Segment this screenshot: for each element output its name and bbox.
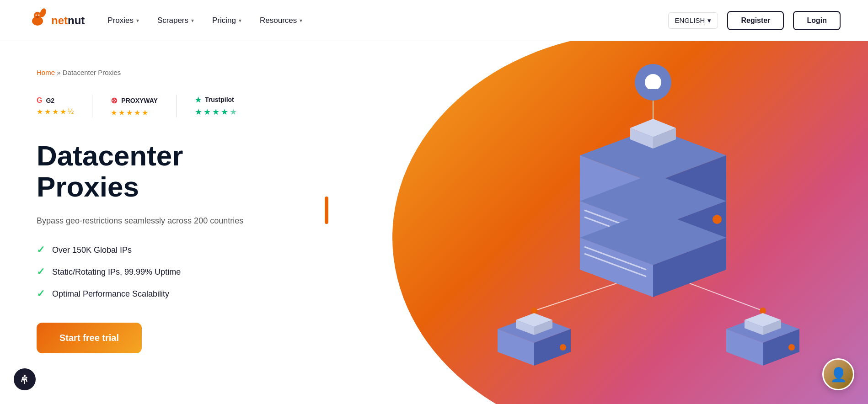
breadcrumb-home-link[interactable]: Home <box>37 69 55 76</box>
feature-list: ✓ Over 150K Global IPs ✓ Static/Rotating… <box>37 244 284 300</box>
register-button[interactable]: Register <box>727 11 784 30</box>
proxyway-icon: ⊗ <box>111 96 118 106</box>
nav-links: Proxies ▾ Scrapers ▾ Pricing ▾ Resources… <box>107 16 302 25</box>
feature-text: Optimal Performance Scalability <box>52 289 169 299</box>
nav-item-scrapers[interactable]: Scrapers ▾ <box>157 16 194 25</box>
nav-item-resources[interactable]: Resources ▾ <box>260 16 302 25</box>
login-button[interactable]: Login <box>793 11 841 30</box>
trustpilot-icon: ★ <box>195 96 201 104</box>
svg-point-31 <box>760 308 766 314</box>
language-selector[interactable]: ENGLISH ▾ <box>668 12 718 29</box>
check-icon: ✓ <box>37 244 45 256</box>
ratings-bar: G G2 ★ ★ ★ ★ ½ ⊗ PROXYWAY <box>37 95 284 117</box>
svg-point-5 <box>36 16 39 18</box>
breadcrumb: Home » Datacenter Proxies <box>37 69 284 76</box>
proxyway-label: PROXYWAY <box>121 97 158 104</box>
svg-point-4 <box>38 15 40 16</box>
check-icon: ✓ <box>37 288 45 300</box>
nav-right: ENGLISH ▾ Register Login <box>668 11 841 30</box>
proxyway-stars: ★ ★ ★ ★ ★ <box>111 108 148 117</box>
svg-point-14 <box>713 215 722 224</box>
svg-point-47 <box>24 375 26 377</box>
g2-icon: G <box>37 96 42 105</box>
rating-divider <box>92 95 92 117</box>
chevron-down-icon: ▾ <box>191 17 194 24</box>
logo-text: netnut <box>51 14 85 27</box>
feature-text: Static/Rotating IPs, 99.99% Uptime <box>52 267 181 277</box>
navbar: netnut Proxies ▾ Scrapers ▾ Pricing ▾ Re… <box>0 0 868 41</box>
trustpilot-label: Trustpilot <box>205 96 234 103</box>
nav-left: netnut Proxies ▾ Scrapers ▾ Pricing ▾ Re… <box>27 8 302 32</box>
page-title: Datacenter Proxies <box>37 140 284 202</box>
svg-point-3 <box>36 15 37 16</box>
trustpilot-stars: ★ ★ ★ ★ ★ <box>195 107 237 117</box>
nav-item-pricing[interactable]: Pricing ▾ <box>212 16 241 25</box>
rating-proxyway: ⊗ PROXYWAY ★ ★ ★ ★ ★ <box>111 96 158 117</box>
hero-section: Home » Datacenter Proxies G G2 ★ ★ ★ ★ ½ <box>0 41 868 404</box>
hero-content: Home » Datacenter Proxies G G2 ★ ★ ★ ★ ½ <box>0 41 320 404</box>
svg-point-45 <box>788 344 795 351</box>
chevron-down-icon: ▾ <box>136 17 139 24</box>
accessibility-button[interactable] <box>14 368 36 390</box>
rating-trustpilot: ★ Trustpilot ★ ★ ★ ★ ★ <box>195 96 237 117</box>
rating-divider-2 <box>176 95 177 117</box>
svg-point-1 <box>34 12 41 19</box>
feature-text: Over 150K Global IPs <box>52 245 132 255</box>
chevron-down-icon: ▾ <box>300 17 302 24</box>
chevron-down-icon: ▾ <box>239 17 241 24</box>
nav-item-proxies[interactable]: Proxies ▾ <box>107 16 139 25</box>
logo-squirrel-icon <box>27 8 48 32</box>
list-item: ✓ Static/Rotating IPs, 99.99% Uptime <box>37 266 284 278</box>
svg-point-38 <box>560 344 566 351</box>
svg-point-24 <box>645 74 661 90</box>
list-item: ✓ Over 150K Global IPs <box>37 244 284 256</box>
svg-point-30 <box>531 308 537 314</box>
start-free-trial-button[interactable]: Start free trial <box>37 323 142 353</box>
logo[interactable]: netnut <box>27 8 85 32</box>
hero-illustration <box>365 41 868 404</box>
rating-g2: G G2 ★ ★ ★ ★ ½ <box>37 96 74 116</box>
check-icon: ✓ <box>37 266 45 278</box>
breadcrumb-current: Datacenter Proxies <box>63 69 121 76</box>
accent-decoration <box>325 197 328 224</box>
server-scene-svg <box>443 55 854 404</box>
hero-subtitle: Bypass geo-restrictions seamlessly acros… <box>37 216 284 226</box>
g2-label: G2 <box>46 97 54 104</box>
svg-line-28 <box>690 283 763 311</box>
chat-avatar[interactable]: 👤 <box>822 358 854 390</box>
svg-line-26 <box>534 283 616 311</box>
chevron-down-icon: ▾ <box>707 16 711 25</box>
g2-stars: ★ ★ ★ ★ ½ <box>37 107 74 116</box>
list-item: ✓ Optimal Performance Scalability <box>37 288 284 300</box>
